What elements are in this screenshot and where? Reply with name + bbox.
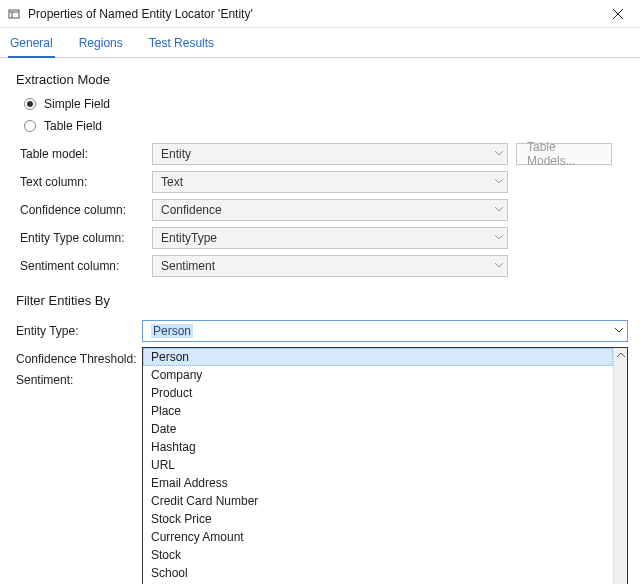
chevron-down-icon	[495, 207, 503, 213]
radio-table-field[interactable]: Table Field	[16, 115, 624, 137]
radio-icon	[24, 98, 36, 110]
combo-value: Text	[161, 175, 183, 189]
sentiment-label: Sentiment:	[16, 369, 142, 391]
dropdown-option[interactable]: Place	[143, 402, 613, 420]
confidence-threshold-label: Confidence Threshold:	[16, 348, 142, 370]
chevron-down-icon	[495, 263, 503, 269]
entity-type-label: Entity Type:	[16, 320, 142, 342]
chevron-down-icon	[495, 179, 503, 185]
combo-value: Person	[151, 324, 193, 338]
app-icon	[6, 6, 22, 22]
confidence-column-label: Confidence column:	[20, 203, 152, 217]
titlebar: Properties of Named Entity Locator 'Enti…	[0, 0, 640, 28]
dropdown-option[interactable]: Currency Amount	[143, 528, 613, 546]
entity-type-dropdown: PersonCompanyProductPlaceDateHashtagURLE…	[142, 347, 628, 584]
combo-value: EntityType	[161, 231, 217, 245]
confidence-column-combo[interactable]: Confidence	[152, 199, 508, 221]
dropdown-option[interactable]: URL	[143, 456, 613, 474]
entity-type-column-label: Entity Type column:	[20, 231, 152, 245]
tab-general[interactable]: General	[8, 32, 55, 58]
dropdown-option[interactable]: Stock Price	[143, 510, 613, 528]
scrollbar[interactable]	[613, 348, 627, 584]
dropdown-option[interactable]: Email Address	[143, 474, 613, 492]
radio-simple-field[interactable]: Simple Field	[16, 93, 624, 115]
radio-label: Simple Field	[44, 97, 110, 111]
entity-type-combo[interactable]: Person	[142, 320, 628, 342]
svg-rect-0	[9, 10, 19, 18]
radio-label: Table Field	[44, 119, 102, 133]
radio-icon	[24, 120, 36, 132]
chevron-down-icon	[495, 235, 503, 241]
text-column-combo[interactable]: Text	[152, 171, 508, 193]
sentiment-column-label: Sentiment column:	[20, 259, 152, 273]
dropdown-option[interactable]: School	[143, 564, 613, 582]
combo-value: Entity	[161, 147, 191, 161]
scroll-up-icon[interactable]	[614, 348, 627, 362]
dropdown-list: PersonCompanyProductPlaceDateHashtagURLE…	[143, 348, 613, 584]
table-model-combo[interactable]: Entity	[152, 143, 508, 165]
tab-regions[interactable]: Regions	[77, 32, 125, 58]
combo-value: Sentiment	[161, 259, 215, 273]
tab-test-results[interactable]: Test Results	[147, 32, 216, 58]
chevron-down-icon	[615, 328, 623, 334]
sentiment-column-combo[interactable]: Sentiment	[152, 255, 508, 277]
filter-entities-title: Filter Entities By	[16, 291, 624, 314]
chevron-down-icon	[495, 151, 503, 157]
tabstrip: General Regions Test Results	[0, 28, 640, 58]
close-button[interactable]	[596, 0, 640, 28]
dropdown-option[interactable]: Product	[143, 384, 613, 402]
table-models-button[interactable]: Table Models...	[516, 143, 612, 165]
scroll-track[interactable]	[614, 362, 627, 584]
dropdown-option[interactable]: Company	[143, 366, 613, 384]
dropdown-option[interactable]: Person	[143, 348, 613, 366]
dropdown-option[interactable]: Credit Card Number	[143, 492, 613, 510]
combo-value: Confidence	[161, 203, 222, 217]
dropdown-option[interactable]: Stock	[143, 546, 613, 564]
dropdown-option[interactable]: Hashtag	[143, 438, 613, 456]
entity-type-column-combo[interactable]: EntityType	[152, 227, 508, 249]
extraction-mode-title: Extraction Mode	[16, 70, 624, 93]
text-column-label: Text column:	[20, 175, 152, 189]
table-model-label: Table model:	[20, 147, 152, 161]
dropdown-option[interactable]: Date	[143, 420, 613, 438]
window-title: Properties of Named Entity Locator 'Enti…	[28, 7, 596, 21]
